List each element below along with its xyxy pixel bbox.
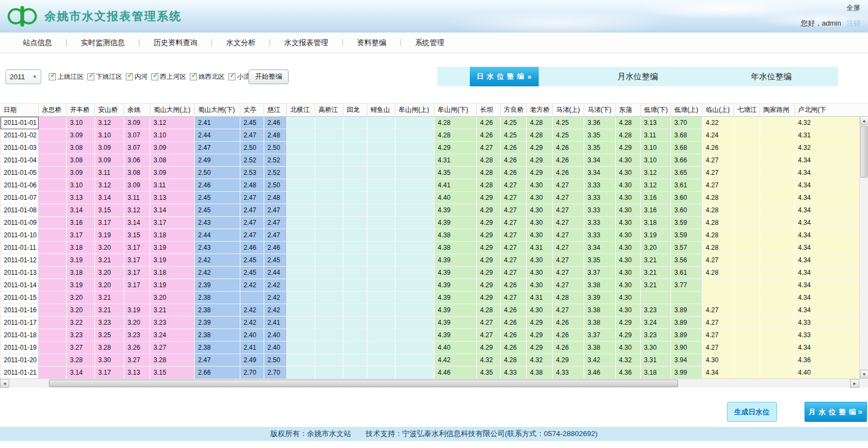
- value-cell: 2.47: [240, 192, 264, 204]
- value-cell: 3.37: [584, 329, 616, 342]
- value-cell: 4.27: [501, 292, 527, 304]
- scroll-down-icon[interactable]: ▼: [860, 370, 868, 378]
- table-row: 2011-01-103.173.193.153.182.442.472.474.…: [1, 229, 868, 242]
- tab-2[interactable]: 月水位整编: [571, 67, 704, 86]
- fullscreen-button[interactable]: 全屏: [846, 3, 860, 13]
- scroll-right-icon[interactable]: ►: [850, 379, 859, 388]
- year-select[interactable]: 2011 ▼: [5, 70, 41, 84]
- value-cell: [703, 292, 734, 304]
- value-cell: 2.41: [195, 117, 240, 129]
- value-cell: 3.12: [150, 117, 195, 129]
- value-cell: 3.16: [641, 192, 671, 204]
- value-cell: 4.34: [795, 217, 868, 229]
- value-cell: [671, 292, 703, 304]
- value-cell: [39, 154, 67, 167]
- region-checkbox-5[interactable]: ✓姚西北区: [190, 72, 225, 81]
- value-cell: [641, 292, 671, 304]
- table-row: 2011-01-153.203.213.202.382.424.394.294.…: [1, 292, 868, 304]
- value-cell: 4.34: [795, 254, 868, 267]
- value-cell: 3.14: [124, 217, 150, 229]
- value-cell: [124, 292, 150, 304]
- value-cell: [315, 229, 343, 242]
- value-cell: 4.27: [553, 267, 584, 279]
- nav-item-1[interactable]: 站点信息: [9, 38, 66, 48]
- value-cell: 3.14: [150, 204, 195, 217]
- start-compilation-button[interactable]: 开始整编: [248, 70, 289, 84]
- region-checkbox-1[interactable]: ✓上姚江区: [49, 72, 84, 81]
- nav-item-3[interactable]: 历史资料查询: [139, 38, 212, 48]
- value-cell: 3.26: [124, 342, 150, 354]
- value-cell: [395, 317, 435, 329]
- date-cell: 2011-01-01: [1, 117, 39, 129]
- value-cell: [39, 267, 67, 279]
- scroll-up-icon[interactable]: ▲: [860, 116, 868, 125]
- logout-link[interactable]: 注销: [846, 19, 860, 27]
- nav-item-2[interactable]: 实时监测信息: [67, 38, 139, 48]
- value-cell: 3.89: [671, 329, 703, 342]
- date-cell: 2011-01-07: [1, 192, 39, 204]
- value-cell: 3.13: [641, 117, 671, 129]
- value-cell: [734, 367, 760, 379]
- value-cell: 4.27: [553, 204, 584, 217]
- vertical-scrollbar[interactable]: ▲ ▼: [859, 116, 868, 378]
- value-cell: [734, 254, 760, 267]
- region-checkbox-4[interactable]: ✓西上河区: [151, 72, 186, 81]
- value-cell: [760, 229, 795, 242]
- nav-item-6[interactable]: 资料整编: [343, 38, 400, 48]
- tab-3[interactable]: 年水位整编: [705, 67, 838, 86]
- value-cell: [240, 292, 264, 304]
- value-cell: [287, 242, 315, 254]
- value-cell: 4.34: [795, 229, 868, 242]
- value-cell: 4.26: [477, 117, 501, 129]
- value-cell: 3.09: [150, 167, 195, 179]
- value-cell: 4.39: [435, 217, 477, 229]
- value-cell: 4.29: [477, 254, 501, 267]
- value-cell: [734, 167, 760, 179]
- value-cell: [343, 267, 367, 279]
- value-cell: [734, 242, 760, 254]
- value-cell: [39, 204, 67, 217]
- value-cell: [39, 354, 67, 367]
- generate-daily-button[interactable]: 生成日水位: [727, 402, 777, 422]
- value-cell: 3.35: [584, 254, 616, 267]
- region-checkbox-2[interactable]: ✓下姚江区: [87, 72, 122, 81]
- value-cell: [367, 179, 395, 192]
- value-cell: 2.50: [264, 354, 287, 367]
- value-cell: 4.27: [477, 317, 501, 329]
- checkbox-label: 下姚江区: [96, 72, 122, 81]
- value-cell: 3.17: [124, 279, 150, 292]
- value-cell: [367, 217, 395, 229]
- value-cell: [734, 217, 760, 229]
- value-cell: 3.06: [124, 154, 150, 167]
- value-cell: 3.19: [67, 279, 95, 292]
- nav-item-7[interactable]: 系统管理: [401, 38, 458, 48]
- value-cell: 4.29: [477, 204, 501, 217]
- value-cell: 4.32: [795, 142, 868, 154]
- vertical-scrollbar-thumb[interactable]: [860, 126, 867, 178]
- monthly-compilation-button[interactable]: 月 水 位 整 编»: [805, 402, 867, 422]
- value-cell: [287, 154, 315, 167]
- value-cell: [367, 229, 395, 242]
- value-cell: 4.27: [703, 342, 734, 354]
- scroll-left-icon[interactable]: ◄: [0, 379, 9, 388]
- value-cell: 3.33: [584, 217, 616, 229]
- value-cell: [315, 242, 343, 254]
- value-cell: 3.19: [150, 242, 195, 254]
- value-cell: [315, 204, 343, 217]
- tab-1[interactable]: 日 水 位 整 编»: [437, 67, 571, 86]
- horizontal-scrollbar[interactable]: ◄ ►: [0, 378, 859, 388]
- column-header-12: 回龙: [343, 104, 367, 117]
- value-cell: 4.34: [795, 167, 868, 179]
- value-cell: 4.27: [553, 304, 584, 317]
- value-cell: 4.34: [795, 204, 868, 217]
- date-cell: 2011-01-16: [1, 304, 39, 317]
- value-cell: 3.12: [124, 204, 150, 217]
- value-cell: [287, 354, 315, 367]
- region-checkbox-3[interactable]: ✓内河: [126, 72, 148, 81]
- value-cell: 3.20: [95, 267, 124, 279]
- horizontal-scrollbar-thumb[interactable]: [49, 380, 678, 387]
- value-cell: [395, 142, 435, 154]
- nav-item-5[interactable]: 水文报表管理: [270, 38, 342, 48]
- nav-item-4[interactable]: 水文分析: [212, 38, 270, 48]
- value-cell: 2.39: [195, 279, 240, 292]
